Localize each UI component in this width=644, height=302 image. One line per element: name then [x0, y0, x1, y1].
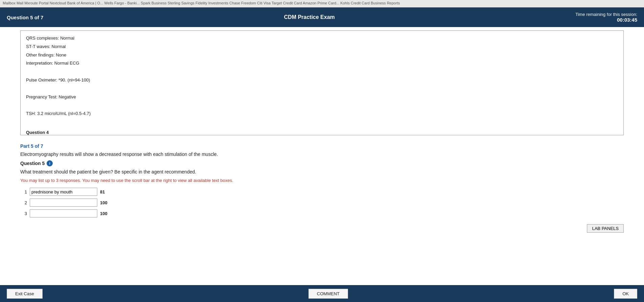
question-section: Question 5 i What treatment should the p…	[20, 160, 624, 221]
info-icon[interactable]: i	[47, 160, 53, 166]
main-content: QRS complexes: NormalST-T waves: NormalO…	[0, 27, 644, 285]
part-heading: Part 5 of 7	[20, 143, 624, 149]
response-row: 181	[20, 188, 624, 196]
question-counter: Question 5 of 7	[7, 15, 43, 20]
footer: Exit Case COMMENT OK	[0, 285, 644, 302]
case-line: ST-T waves: Normal	[26, 43, 618, 50]
response-row: 3100	[20, 209, 624, 217]
response-score: 81	[100, 189, 105, 194]
exam-title: CDM Practice Exam	[284, 14, 335, 20]
response-input-1[interactable]	[30, 188, 97, 196]
case-line: Interpretation: Normal ECG	[26, 60, 618, 67]
response-input-2[interactable]	[30, 199, 97, 207]
comment-button[interactable]: COMMENT	[308, 289, 348, 299]
case-line	[26, 102, 618, 109]
header: Question 5 of 7 CDM Practice Exam Time r…	[0, 7, 644, 27]
response-score: 100	[100, 211, 107, 216]
response-score: 100	[100, 200, 107, 205]
exit-case-button[interactable]: Exit Case	[7, 289, 43, 299]
question-label: Question 5 i	[20, 160, 624, 166]
case-line	[26, 119, 618, 126]
response-number: 1	[20, 189, 27, 194]
timer-section: Time remaining for this session: 00:03:4…	[575, 12, 637, 23]
browser-bar: Mailbox Mail Mxroute Portal Nextcloud Ba…	[0, 0, 644, 7]
question-text: What treatment should the patient be giv…	[20, 169, 624, 175]
time-label: Time remaining for this session:	[575, 12, 637, 17]
response-rows: 18121003100	[20, 188, 624, 217]
case-line: QRS complexes: Normal	[26, 35, 618, 42]
case-line: Pulse Oximeter: *90. (nl=94-100)	[26, 77, 618, 84]
response-input-3[interactable]	[30, 209, 97, 217]
case-line	[26, 68, 618, 75]
case-line: Question 4	[26, 129, 618, 135]
instruction-text: You may list up to 3 responses. You may …	[20, 178, 624, 183]
timer-display: 00:03:45	[575, 17, 637, 23]
lab-panels-area: LAB PANELS	[20, 224, 624, 233]
ok-button[interactable]: OK	[614, 289, 637, 299]
emg-statement: Electromyography results will show a dec…	[20, 152, 624, 157]
case-line: Pregnancy Test: Negative	[26, 94, 618, 101]
case-line	[26, 85, 618, 92]
case-line: TSH: 3.2 microIU/mL (nl=0.5-4.7)	[26, 110, 618, 117]
case-scroll-box[interactable]: QRS complexes: NormalST-T waves: NormalO…	[20, 30, 624, 135]
response-number: 3	[20, 211, 27, 216]
response-number: 2	[20, 200, 27, 205]
case-line: Other findings: None	[26, 52, 618, 59]
lab-panels-button[interactable]: LAB PANELS	[587, 224, 624, 233]
emg-statement-section: Electromyography results will show a dec…	[20, 152, 624, 160]
response-row: 2100	[20, 199, 624, 207]
